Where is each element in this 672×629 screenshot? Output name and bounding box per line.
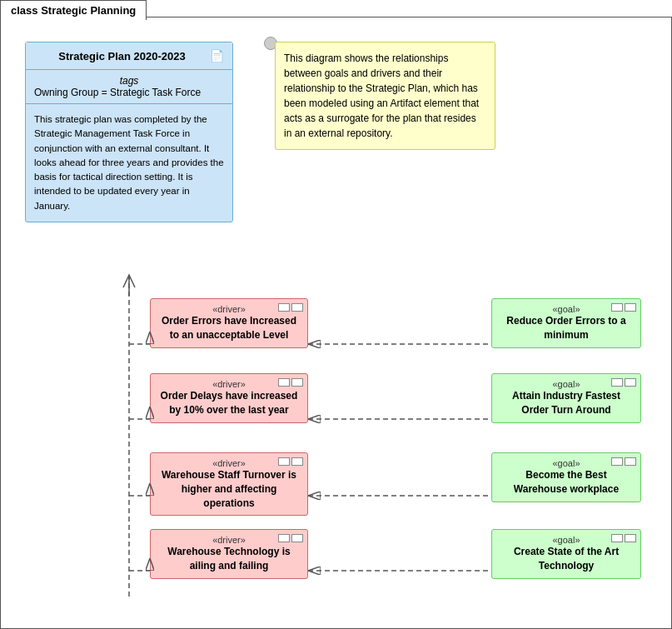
strategic-plan-tags: tags Owning Group = Strategic Task Force: [26, 70, 232, 104]
tab-label: class Strategic Planning: [11, 4, 136, 17]
driver-label-0: Order Errors have Increased to an unacce…: [157, 314, 301, 342]
strategic-plan-box[interactable]: Strategic Plan 2020-2023 📄 tags Owning G…: [25, 42, 233, 222]
driver-corner-icons-0: [278, 303, 303, 312]
tags-label: tags: [34, 75, 224, 87]
driver-box-3[interactable]: «driver» Warehouse Technology is ailing …: [150, 529, 308, 579]
goal-label-2: Become the Best Warehouse workplace: [499, 468, 634, 497]
driver-corner-icons-2: [278, 457, 303, 466]
strategic-plan-title: Strategic Plan 2020-2023: [34, 50, 210, 62]
goal-label-3: Create State of the Art Technology: [499, 545, 634, 573]
note-text: This diagram shows the relationships bet…: [284, 52, 479, 139]
goal-corner-icons-1: [611, 378, 636, 387]
tags-value: Owning Group = Strategic Task Force: [34, 87, 201, 98]
corner-rect-left: [611, 457, 623, 466]
driver-label-2: Warehouse Staff Turnover is higher and a…: [157, 468, 301, 510]
driver-box-2[interactable]: «driver» Warehouse Staff Turnover is hig…: [150, 452, 308, 516]
corner-rect-left: [611, 534, 623, 542]
corner-rect-left: [278, 303, 290, 312]
goal-box-2[interactable]: «goal» Become the Best Warehouse workpla…: [491, 452, 641, 502]
corner-rect-left: [278, 378, 290, 387]
driver-box-1[interactable]: «driver» Order Delays have increased by …: [150, 373, 308, 423]
driver-label-1: Order Delays have increased by 10% over …: [157, 389, 301, 417]
driver-corner-icons-1: [278, 378, 303, 387]
corner-rect-right: [625, 378, 636, 387]
goal-corner-icons-0: [611, 303, 636, 312]
goal-box-1[interactable]: «goal» Attain Industry Fastest Order Tur…: [491, 373, 641, 423]
corner-rect-right: [291, 303, 303, 312]
strategic-plan-header: Strategic Plan 2020-2023 📄: [26, 42, 232, 70]
corner-rect-right: [291, 457, 303, 466]
corner-rect-right: [291, 534, 303, 542]
corner-rect-left: [278, 534, 290, 542]
driver-corner-icons-3: [278, 534, 303, 542]
diagram-tab: class Strategic Planning: [0, 0, 147, 20]
driver-box-0[interactable]: «driver» Order Errors have Increased to …: [150, 298, 308, 348]
goal-corner-icons-3: [611, 534, 636, 542]
goal-box-3[interactable]: «goal» Create State of the Art Technolog…: [491, 529, 641, 579]
strategic-plan-description: This strategic plan was completed by the…: [26, 104, 232, 222]
corner-rect-right: [625, 534, 636, 542]
corner-rect-left: [611, 303, 623, 312]
goal-box-0[interactable]: «goal» Reduce Order Errors to a minimum: [491, 298, 641, 348]
corner-rect-left: [278, 457, 290, 466]
corner-rect-right: [625, 457, 636, 466]
goal-label-0: Reduce Order Errors to a minimum: [499, 314, 634, 342]
corner-rect-right: [625, 303, 636, 312]
document-icon: 📄: [210, 49, 224, 62]
corner-rect-right: [291, 378, 303, 387]
goal-label-1: Attain Industry Fastest Order Turn Aroun…: [499, 389, 634, 417]
corner-rect-left: [611, 378, 623, 387]
driver-label-3: Warehouse Technology is ailing and faili…: [157, 545, 301, 573]
goal-corner-icons-2: [611, 457, 636, 466]
note-box: This diagram shows the relationships bet…: [275, 42, 495, 150]
